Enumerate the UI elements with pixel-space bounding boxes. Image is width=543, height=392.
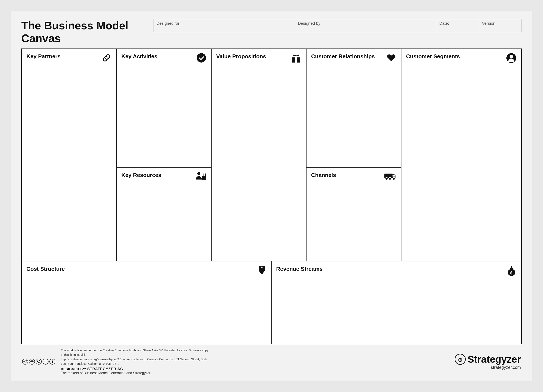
value-propositions-label: Value Propositions	[216, 53, 301, 60]
creative-commons-icons: © ⊕ ↺ = ℹ	[22, 359, 55, 364]
channels-cell[interactable]: Channels	[306, 168, 401, 261]
key-activities-cell[interactable]: Key Activities	[117, 49, 211, 168]
customer-relationships-label: Customer Relationships	[311, 53, 396, 60]
revenue-streams-column[interactable]: Revenue Streams $	[272, 261, 521, 344]
license-text: This work is licensed under the Creative…	[61, 348, 210, 366]
svg-point-5	[203, 173, 204, 174]
designed-for-field[interactable]: Designed for:	[153, 19, 295, 32]
cost-structure-icon	[257, 265, 266, 278]
cc-icon: ©	[22, 359, 28, 364]
canvas-top: Key Partners	[22, 49, 521, 261]
key-partners-icon	[101, 53, 112, 65]
footer: © ⊕ ↺ = ℹ This work is licensed under th…	[21, 348, 522, 375]
svg-point-15	[392, 177, 395, 180]
customer-segments-column[interactable]: Customer Segments	[402, 49, 521, 261]
svg-rect-4	[205, 174, 206, 176]
key-partners-label: Key Partners	[26, 53, 112, 60]
revenue-streams-label: Revenue Streams	[276, 266, 517, 272]
key-partners-cell[interactable]: Key Partners	[22, 49, 116, 261]
customer-relationships-icon	[386, 53, 396, 64]
cost-structure-label: Cost Structure	[26, 266, 266, 272]
designed-by-label: Designed by:	[298, 21, 433, 26]
customer-segments-label: Customer Segments	[406, 53, 517, 60]
version-field[interactable]: Version:	[479, 19, 521, 32]
footer-left: © ⊕ ↺ = ℹ This work is licensed under th…	[22, 348, 210, 375]
customer-relationships-cell[interactable]: Customer Relationships	[306, 49, 401, 168]
designed-by-value: Strategyzer AG	[87, 367, 123, 371]
svg-rect-11	[385, 174, 392, 178]
strategyzer-logo: ⊙ Strategyzer	[455, 353, 521, 365]
cc-info-icon: ℹ	[49, 359, 55, 364]
value-propositions-column[interactable]: Value Propositions	[212, 49, 306, 261]
value-propositions-icon	[291, 53, 301, 65]
header-fields: Designed for: Designed by: Date: Version…	[153, 19, 522, 32]
channels-label: Channels	[311, 172, 396, 178]
footer-tagline: The makers of Business Model Generation …	[61, 371, 210, 375]
channels-icon	[384, 171, 396, 182]
svg-rect-3	[203, 174, 204, 176]
key-resources-label: Key Resources	[121, 172, 206, 178]
svg-point-14	[389, 177, 391, 180]
key-activities-label: Key Activities	[121, 53, 206, 60]
svg-point-13	[385, 177, 388, 180]
svg-rect-12	[392, 175, 395, 177]
customer-segments-icon	[506, 53, 517, 65]
date-label: Date:	[439, 21, 476, 26]
svg-point-17	[509, 55, 513, 58]
key-activities-resources-column: Key Activities Key Resources	[117, 49, 212, 261]
strategyzer-url: strategyzer.com	[455, 365, 521, 370]
svg-rect-2	[202, 176, 206, 180]
page-title: The Business Model Canvas	[21, 19, 153, 45]
svg-point-1	[197, 172, 200, 175]
footer-text-block: This work is licensed under the Creative…	[61, 348, 210, 375]
key-partners-column: Key Partners	[22, 49, 117, 261]
svg-text:$: $	[510, 271, 512, 275]
version-label: Version:	[482, 21, 519, 26]
key-resources-icon	[195, 171, 206, 183]
key-resources-cell[interactable]: Key Resources	[117, 168, 211, 261]
svg-point-0	[197, 53, 206, 62]
customer-rel-channels-column: Customer Relationships Channels	[306, 49, 402, 261]
svg-rect-10	[292, 56, 300, 57]
key-activities-icon	[196, 53, 206, 65]
designed-by-field[interactable]: Designed by:	[295, 19, 436, 32]
designed-by-block: DESIGNED BY: Strategyzer AG	[61, 367, 210, 371]
brand-name: Strategyzer	[467, 353, 521, 365]
cc-by-icon: ⊕	[29, 359, 35, 364]
svg-point-18	[261, 266, 262, 268]
header: The Business Model Canvas Designed for: …	[21, 19, 522, 45]
cc-nd-icon: =	[43, 359, 49, 364]
revenue-streams-icon: $	[506, 265, 517, 278]
logo-icon: ⊙	[455, 354, 466, 365]
footer-right: ⊙ Strategyzer strategyzer.com	[455, 353, 521, 370]
designed-by-label: DESIGNED BY:	[61, 367, 86, 371]
cost-structure-column[interactable]: Cost Structure	[22, 261, 272, 344]
svg-point-6	[205, 173, 206, 174]
designed-for-label: Designed for:	[156, 21, 292, 26]
cc-sa-icon: ↺	[36, 359, 42, 364]
canvas-bottom: Cost Structure Revenue Stre	[22, 261, 521, 344]
date-field[interactable]: Date:	[436, 19, 479, 32]
page: The Business Model Canvas Designed for: …	[11, 11, 532, 381]
canvas: Key Partners	[21, 49, 522, 344]
